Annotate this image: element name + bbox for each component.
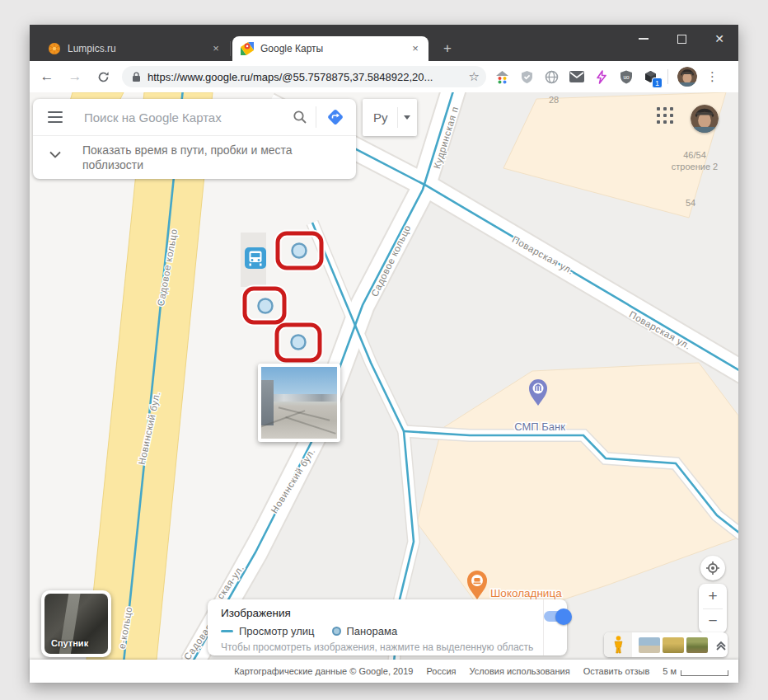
building-number: строение 2 xyxy=(672,162,718,171)
building-number: 54 xyxy=(686,198,695,208)
satellite-view-toggle[interactable]: Спутник xyxy=(41,590,111,657)
attribution-terms[interactable]: Условия использования xyxy=(470,666,570,676)
tab-title: Google Карты xyxy=(260,43,409,54)
poi-cafe-label: Шоколадница xyxy=(490,587,562,599)
panorama-marker[interactable] xyxy=(292,336,306,350)
menu-icon[interactable] xyxy=(48,111,63,123)
street-view-line-swatch xyxy=(221,630,233,632)
reload-button[interactable] xyxy=(92,66,114,87)
maps-search-panel: Показать время в пути, пробки и места по… xyxy=(33,99,356,179)
street-view-photo-thumbnail[interactable] xyxy=(258,364,340,442)
lumpics-favicon-icon xyxy=(48,42,61,55)
cube-extension-icon[interactable]: 1 xyxy=(643,69,658,85)
forward-button[interactable]: → xyxy=(64,66,86,87)
tab-title: Lumpics.ru xyxy=(68,43,209,54)
tab-separator xyxy=(230,41,231,56)
language-caret-icon[interactable] xyxy=(404,115,410,120)
legend-panorama-label: Панорама xyxy=(347,625,398,637)
legend-street-view-label: Просмотр улиц xyxy=(239,625,315,637)
url-bar[interactable]: https://www.google.ru/maps/@55.7578875,3… xyxy=(122,66,486,87)
collapse-chevron-icon[interactable] xyxy=(715,639,727,651)
my-location-button[interactable] xyxy=(700,556,725,580)
globe-extension-icon[interactable] xyxy=(544,69,560,85)
satellite-label: Спутник xyxy=(51,638,88,648)
url-text: https://www.google.ru/maps/@55.7578875,3… xyxy=(148,71,469,83)
browser-menu-icon[interactable]: ⋮ xyxy=(706,74,718,79)
mail-extension-icon[interactable] xyxy=(569,69,584,85)
building-number: 46/54 xyxy=(683,150,706,160)
attribution-country[interactable]: Россия xyxy=(426,666,456,676)
commute-banner[interactable]: Показать время в пути, пробки и места по… xyxy=(33,136,356,179)
browser-titlebar: Lumpics.ru × Google Карты × + ✕ xyxy=(30,25,738,61)
browser-window: Lumpics.ru × Google Карты × + ✕ ← → http… xyxy=(30,25,738,683)
lightning-extension-icon[interactable] xyxy=(593,69,609,85)
street-view-photo xyxy=(261,367,337,439)
satellite-preview: Спутник xyxy=(44,594,108,654)
search-divider xyxy=(316,106,316,128)
extensions-row: uo 1 ⋮ xyxy=(494,67,718,87)
window-close-button[interactable]: ✕ xyxy=(700,25,738,53)
panorama-circle-swatch xyxy=(332,627,341,636)
language-button[interactable]: Ру xyxy=(363,99,417,136)
images-legend-panel: Изображения Просмотр улиц Панорама Чтобы… xyxy=(208,599,567,655)
language-divider xyxy=(397,107,398,128)
google-apps-grid-icon[interactable] xyxy=(656,106,676,126)
tab-close-icon[interactable]: × xyxy=(409,42,422,55)
poi-bank-label: СМП Банк xyxy=(514,420,565,433)
tab-lumpics[interactable]: Lumpics.ru × xyxy=(40,36,229,61)
attribution-feedback[interactable]: Оставить отзыв xyxy=(583,666,650,676)
tab-close-icon[interactable]: × xyxy=(209,42,222,55)
map-canvas[interactable]: Садовое кольцо Новинский бул. е-кольцо К… xyxy=(30,92,738,660)
pegman-bar xyxy=(604,632,728,657)
search-bar[interactable] xyxy=(33,99,356,136)
svg-text:uo: uo xyxy=(623,73,630,79)
map-scale: 5 м xyxy=(663,666,728,676)
commute-banner-text: Показать время в пути, пробки и места по… xyxy=(82,143,340,172)
new-tab-button[interactable]: + xyxy=(438,40,457,58)
shield-check-extension-icon[interactable] xyxy=(519,69,535,85)
profile-avatar[interactable] xyxy=(677,67,697,87)
toolbar-divider xyxy=(667,69,668,84)
imagery-thumb[interactable] xyxy=(663,637,684,653)
images-panel-title: Изображения xyxy=(221,607,533,619)
imagery-thumb[interactable] xyxy=(639,637,660,653)
window-maximize-button[interactable] xyxy=(663,25,700,53)
homepage-extension-icon[interactable] xyxy=(494,69,510,85)
account-avatar[interactable] xyxy=(691,105,719,133)
zoom-out-button[interactable]: − xyxy=(699,609,727,634)
bus-station-icon[interactable] xyxy=(245,247,266,269)
panorama-marker[interactable] xyxy=(293,244,307,258)
search-icon[interactable] xyxy=(293,110,307,124)
window-minimize-button[interactable] xyxy=(625,25,663,53)
images-panel-hint: Чтобы просмотреть изображения, нажмите н… xyxy=(221,641,533,653)
zoom-in-button[interactable]: + xyxy=(699,584,727,608)
imagery-thumbnails[interactable] xyxy=(639,637,708,653)
attribution-data: Картографические данные © Google, 2019 xyxy=(234,666,413,676)
scale-bar xyxy=(681,670,728,676)
reload-icon xyxy=(97,71,110,83)
images-toggle[interactable] xyxy=(544,611,570,622)
pegman-icon[interactable] xyxy=(604,632,632,657)
extension-badge: 1 xyxy=(652,78,663,88)
language-label: Ру xyxy=(373,110,388,124)
browser-toolbar: ← → https://www.google.ru/maps/@55.75788… xyxy=(30,61,738,92)
google-maps-favicon-icon xyxy=(241,42,254,55)
search-input[interactable] xyxy=(84,110,293,124)
tab-google-maps[interactable]: Google Карты × xyxy=(232,36,428,61)
back-button[interactable]: ← xyxy=(36,66,58,87)
bookmark-star-icon[interactable]: ☆ xyxy=(469,69,480,84)
panorama-marker[interactable] xyxy=(259,299,273,313)
toggle-knob[interactable] xyxy=(555,608,572,625)
directions-button[interactable] xyxy=(326,108,344,126)
building-number: 28 xyxy=(549,95,559,105)
lock-icon xyxy=(132,72,141,82)
ublock-shield-extension-icon[interactable]: uo xyxy=(618,69,634,85)
map-attribution-bar: Картографические данные © Google, 2019 Р… xyxy=(30,660,738,683)
chevron-down-icon[interactable] xyxy=(49,151,61,158)
scale-label: 5 м xyxy=(663,666,677,676)
zoom-controls: + − xyxy=(699,584,727,633)
imagery-thumb[interactable] xyxy=(686,637,708,653)
